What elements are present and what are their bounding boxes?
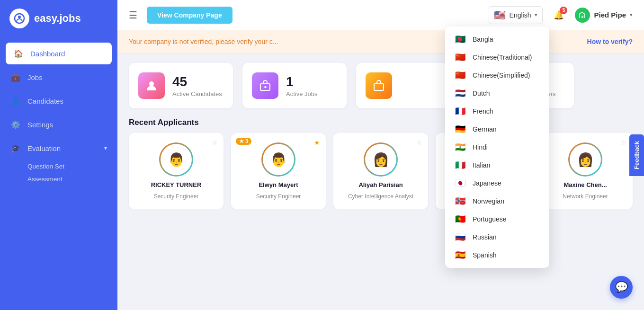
lang-option-hindi[interactable]: 🇮🇳 Hindi — [445, 138, 549, 156]
main-area: ☰ View Company Page 🇺🇸 English ▾ 🔔 5 Pie… — [117, 0, 644, 310]
sidebar-item-evaluation[interactable]: 🎓 Evaluation ▾ — [0, 136, 117, 160]
italian-flag: 🇮🇹 — [454, 160, 467, 170]
lang-option-portuguese[interactable]: 🇵🇹 Portuguese — [445, 210, 549, 228]
jobs-stat-icon — [252, 72, 278, 99]
notification-badge: 5 — [560, 7, 567, 14]
avatar-4: 👩 — [568, 142, 602, 177]
avatar-1: 👨 — [261, 142, 295, 177]
notifications-button[interactable]: 🔔 5 — [550, 7, 567, 24]
avatar-2: 👩 — [364, 142, 398, 177]
french-flag: 🇫🇷 — [454, 106, 467, 116]
sidebar-item-label: Jobs — [27, 73, 43, 81]
avatar-0: 👨 — [159, 142, 193, 177]
svg-rect-2 — [581, 16, 583, 18]
menu-icon[interactable]: ☰ — [129, 9, 137, 21]
lang-option-japanese[interactable]: 🇯🇵 Japanese — [445, 174, 549, 192]
spanish-flag: 🇪🇸 — [454, 250, 467, 260]
candidates-icon: 👤 — [10, 96, 21, 106]
sidebar-item-settings[interactable]: ⚙️ Settings — [0, 113, 117, 136]
language-selector[interactable]: 🇺🇸 English ▾ — [489, 6, 543, 24]
lang-option-chinese-simplified[interactable]: 🇨🇳 Chinese(Simplified) — [445, 66, 549, 84]
applicant-name-4: Maxine Chen... — [564, 181, 607, 188]
german-flag: 🇩🇪 — [454, 124, 467, 134]
company-logo-icon — [575, 8, 590, 23]
chat-button[interactable]: 💬 — [610, 276, 633, 299]
bangla-flag: 🇧🇩 — [454, 35, 467, 44]
company-selector[interactable]: Pied Pipe ▾ — [575, 8, 633, 23]
lang-option-russian[interactable]: 🇷🇺 Russian — [445, 228, 549, 246]
dutch-flag: 🇳🇱 — [454, 89, 467, 98]
applicant-name-0: RICKEY TURNER — [151, 181, 202, 188]
portuguese-flag: 🇵🇹 — [454, 214, 467, 224]
applicant-name-2: Aliyah Parisian — [358, 181, 402, 188]
header: ☰ View Company Page 🇺🇸 English ▾ 🔔 5 Pie… — [117, 0, 644, 30]
lang-option-italian[interactable]: 🇮🇹 Italian — [445, 156, 549, 174]
lang-option-bangla[interactable]: 🇧🇩 Bangla — [445, 30, 549, 48]
stats-row: 45 Active Candidates 1 Active Jobs — [117, 53, 644, 118]
content-area: Your company is not verified, please ver… — [117, 30, 644, 310]
star-icon-0[interactable]: ☆ — [212, 139, 218, 146]
jobs-label: Active Jobs — [286, 90, 317, 97]
sidebar-item-jobs[interactable]: 💼 Jobs — [0, 65, 117, 89]
applicant-name-1: Elwyn Mayert — [259, 181, 298, 188]
lang-option-spanish[interactable]: 🇪🇸 Spanish — [445, 246, 549, 264]
verify-link[interactable]: How to verify? — [587, 38, 633, 45]
chat-icon: 💬 — [615, 281, 628, 293]
jobs-count: 1 — [286, 74, 317, 89]
applicant-role-2: Cyber Intelligence Analyst — [348, 193, 413, 200]
stat-card-pipeline — [356, 63, 460, 108]
rating-badge-1: ★ 3 — [236, 138, 251, 145]
applicant-card-4: ☆ 👩 Maxine Chen... Network Engineer — [538, 133, 633, 209]
stat-card-candidates: 45 Active Candidates — [129, 63, 233, 108]
norwegian-flag: 🇳🇴 — [454, 196, 467, 206]
lang-option-norwegian[interactable]: 🇳🇴 Norwegian — [445, 192, 549, 210]
sidebar-sub-question-set[interactable]: Question Set — [0, 160, 117, 173]
applicant-role-1: Security Engineer — [256, 193, 301, 200]
lang-option-dutch[interactable]: 🇳🇱 Dutch — [445, 84, 549, 102]
evaluation-icon: 🎓 — [10, 143, 21, 153]
svg-point-1 — [18, 16, 21, 18]
lang-option-french[interactable]: 🇫🇷 French — [445, 102, 549, 120]
star-icon-2[interactable]: ☆ — [416, 139, 422, 146]
stat-card-jobs: 1 Active Jobs — [242, 63, 347, 108]
japanese-flag: 🇯🇵 — [454, 178, 467, 188]
sidebar-item-label: Settings — [27, 121, 53, 129]
sidebar-item-candidates[interactable]: 👤 Candidates — [0, 89, 117, 113]
star-icon-4[interactable]: ☆ — [621, 139, 627, 146]
pipeline-stat-icon — [366, 72, 392, 99]
sidebar-item-label: Dashboard — [30, 50, 65, 58]
feedback-tab[interactable]: Feedback — [629, 134, 644, 176]
applicant-card-2: ☆ 👩 Aliyah Parisian Cyber Intelligence A… — [333, 133, 428, 209]
star-icon-1[interactable]: ★ — [314, 139, 320, 146]
applicant-role-0: Security Engineer — [154, 193, 199, 200]
lang-text: English — [510, 11, 531, 19]
settings-icon: ⚙️ — [10, 119, 21, 130]
banner-text: Your company is not verified, please ver… — [129, 38, 278, 45]
section-title-applicants: Recent Applicants — [117, 118, 644, 133]
company-chevron-icon: ▾ — [630, 12, 633, 18]
applicants-row: ☆ 👨 RICKEY TURNER Security Engineer ★ ★ … — [117, 133, 644, 209]
view-company-button[interactable]: View Company Page — [147, 7, 233, 24]
applicant-card-1: ★ ★ 3 👨 Elwyn Mayert Security Engineer — [231, 133, 326, 209]
sidebar-item-label: Evaluation — [27, 144, 61, 152]
sidebar-sub-assessment[interactable]: Assessment — [0, 173, 117, 186]
russian-flag: 🇷🇺 — [454, 232, 467, 242]
lang-option-chinese-traditional[interactable]: 🇨🇳 Chinese(Traditional) — [445, 48, 549, 66]
stat-info-candidates: 45 Active Candidates — [172, 74, 222, 97]
applicant-card-0: ☆ 👨 RICKEY TURNER Security Engineer — [129, 133, 224, 209]
app-logo: easy.jobs — [0, 0, 117, 37]
applicant-role-4: Network Engineer — [563, 193, 608, 200]
stat-info-jobs: 1 Active Jobs — [286, 74, 317, 97]
lang-chevron-icon: ▾ — [535, 12, 537, 18]
chinese-simp-flag: 🇨🇳 — [454, 71, 467, 80]
candidates-count: 45 — [172, 74, 222, 89]
logo-icon — [9, 9, 29, 28]
sidebar-item-dashboard[interactable]: 🏠 Dashboard — [6, 43, 112, 64]
lang-option-german[interactable]: 🇩🇪 German — [445, 120, 549, 138]
language-dropdown: 🇧🇩 Bangla 🇨🇳 Chinese(Traditional) 🇨🇳 Chi… — [445, 27, 549, 268]
chevron-down-icon: ▾ — [104, 145, 107, 151]
lang-flag-icon: 🇺🇸 — [494, 9, 506, 21]
sidebar-item-label: Candidates — [27, 97, 63, 105]
svg-rect-7 — [374, 84, 384, 90]
chinese-trad-flag: 🇨🇳 — [454, 53, 467, 62]
